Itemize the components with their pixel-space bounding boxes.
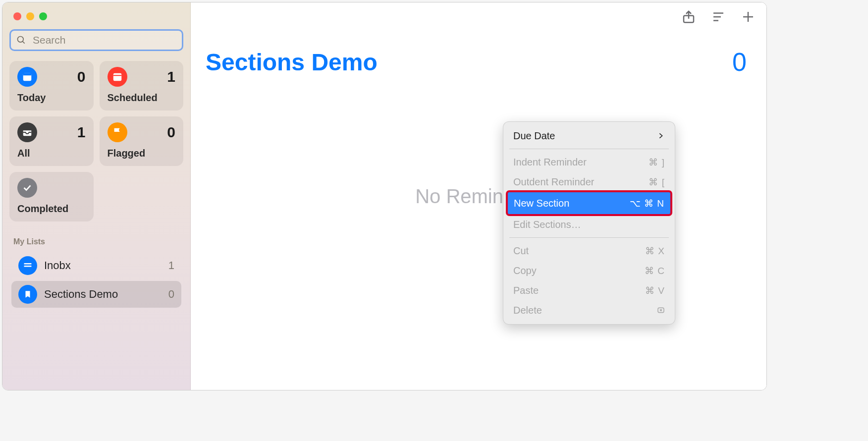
svg-rect-7: [24, 266, 32, 267]
menu-shortcut: ⌘ ]: [649, 157, 665, 168]
menu-shortcut: ⌘ [: [649, 176, 665, 188]
menu-shortcut: ⌘ C: [645, 265, 665, 276]
list-name: Inobx: [44, 259, 162, 272]
menu-label: Cut: [513, 245, 529, 257]
context-menu: Due Date Indent Reminder ⌘ ] Outdent Rem…: [503, 121, 675, 325]
app-window: 0 Today 1 Scheduled 1: [2, 2, 767, 390]
smart-count-today: 0: [77, 68, 86, 85]
menu-item-cut: Cut ⌘ X: [507, 241, 671, 261]
flag-icon: [108, 122, 127, 142]
sidebar: 0 Today 1 Scheduled 1: [2, 2, 191, 390]
smart-list-all[interactable]: 1 All: [9, 116, 94, 166]
list-bullet-icon: [18, 256, 37, 275]
menu-shortcut: ⌘ V: [645, 285, 665, 296]
share-icon: [681, 9, 696, 24]
menu-shortcut: ⌘ X: [645, 245, 665, 257]
menu-shortcut: ⌥ ⌘ N: [630, 198, 664, 209]
list-total-count: 0: [732, 47, 747, 77]
chevron-right-icon: [657, 132, 665, 140]
menu-item-new-section[interactable]: New Section ⌥ ⌘ N: [506, 191, 672, 216]
menu-item-paste: Paste ⌘ V: [507, 280, 671, 300]
menu-item-edit-sections: Edit Sections…: [507, 215, 671, 234]
toolbar: [681, 9, 756, 24]
menu-label: Paste: [513, 285, 539, 296]
menu-label: New Section: [514, 198, 569, 209]
fullscreen-window-button[interactable]: [39, 12, 47, 20]
svg-rect-3: [23, 73, 32, 76]
svg-point-0: [18, 37, 24, 43]
menu-separator: [509, 237, 669, 238]
close-window-button[interactable]: [13, 12, 21, 20]
calendar-today-icon: [17, 67, 37, 87]
menu-item-due-date[interactable]: Due Date: [507, 126, 671, 146]
menu-label: Delete: [513, 305, 542, 316]
bookmark-icon: [18, 285, 37, 304]
window-controls: [9, 9, 183, 29]
menu-item-indent-reminder: Indent Reminder ⌘ ]: [507, 152, 671, 172]
search-field-wrap: [9, 29, 183, 51]
menu-item-outdent-reminder: Outdent Reminder ⌘ [: [507, 172, 671, 192]
smart-label-all: All: [17, 148, 86, 159]
list-title: Sections Demo: [206, 49, 378, 76]
list-lines-icon: [711, 9, 726, 24]
smart-label-completed: Completed: [17, 203, 86, 215]
plus-icon: [741, 9, 756, 24]
search-input[interactable]: [9, 29, 183, 51]
main-header: Sections Demo 0: [191, 2, 766, 77]
menu-separator: [509, 149, 669, 149]
smart-label-today: Today: [17, 92, 86, 104]
search-icon: [16, 35, 26, 45]
list-count: 1: [168, 259, 174, 272]
view-options-button[interactable]: [711, 9, 726, 24]
minimize-window-button[interactable]: [26, 12, 34, 20]
list-name: Sections Demo: [44, 288, 162, 301]
menu-label: Copy: [513, 265, 537, 276]
smart-count-all: 1: [77, 124, 86, 141]
smart-label-flagged: Flagged: [108, 148, 176, 159]
share-button[interactable]: [681, 9, 696, 24]
tray-icon: [17, 122, 37, 142]
smart-list-completed[interactable]: Completed: [9, 172, 94, 221]
menu-label: Outdent Reminder: [513, 176, 594, 188]
checkmark-icon: [17, 178, 37, 198]
list-count: 0: [168, 288, 174, 301]
menu-item-delete: Delete: [507, 300, 671, 320]
smart-label-scheduled: Scheduled: [108, 92, 176, 104]
delete-icon: [657, 306, 665, 314]
smart-list-flagged[interactable]: 0 Flagged: [100, 116, 184, 166]
list-item-inobx[interactable]: Inobx 1: [11, 252, 181, 279]
menu-item-copy: Copy ⌘ C: [507, 261, 671, 280]
svg-rect-4: [113, 73, 121, 81]
calendar-icon: [108, 67, 127, 87]
smart-lists-grid: 0 Today 1 Scheduled 1: [9, 61, 183, 221]
menu-label: Indent Reminder: [513, 157, 587, 168]
smart-count-scheduled: 1: [167, 68, 175, 85]
smart-list-scheduled[interactable]: 1 Scheduled: [100, 61, 184, 110]
svg-rect-6: [24, 263, 32, 265]
menu-label: Edit Sections…: [513, 219, 581, 230]
svg-line-1: [23, 42, 25, 44]
list-item-sections-demo[interactable]: Sections Demo 0: [11, 281, 181, 308]
my-lists-header: My Lists: [13, 237, 179, 246]
smart-count-flagged: 0: [167, 124, 175, 141]
smart-list-today[interactable]: 0 Today: [9, 61, 94, 110]
menu-label: Due Date: [513, 130, 555, 142]
main-content: Sections Demo 0 No Reminders Due Date In…: [191, 2, 766, 390]
add-reminder-button[interactable]: [741, 9, 756, 24]
